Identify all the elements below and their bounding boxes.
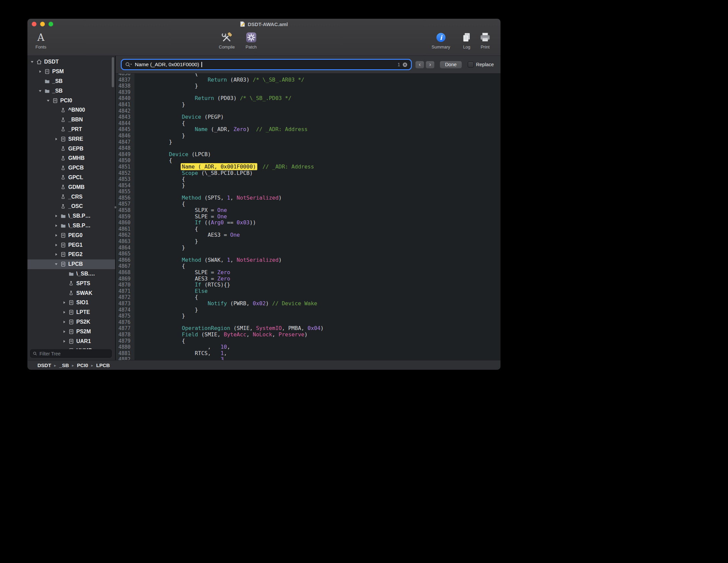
- code-line[interactable]: 4871 Else: [116, 288, 500, 295]
- disclosure-collapsed-icon[interactable]: [62, 339, 68, 344]
- tree-item-ps2m[interactable]: PS2M: [27, 327, 115, 336]
- code-line[interactable]: 4837 Return (AR03) /* \_SB_.AR03 */: [116, 77, 500, 83]
- tree-item-gpcb[interactable]: GPCB: [27, 163, 115, 173]
- code-line[interactable]: 4876: [116, 319, 500, 326]
- code-line[interactable]: 4843 Device (PEGP): [116, 114, 500, 120]
- done-button[interactable]: Done: [440, 61, 462, 69]
- log-button[interactable]: Log: [462, 31, 472, 49]
- tree-item-gdmb[interactable]: GDMB: [27, 182, 115, 192]
- code-line[interactable]: 4872 {: [116, 294, 500, 301]
- code-line[interactable]: 4844 {: [116, 120, 500, 127]
- code-line[interactable]: 4877 OperationRegion (SMIE, SystemIO, PM…: [116, 325, 500, 332]
- code-line[interactable]: 4859 SLPE = One: [116, 214, 500, 220]
- code-line[interactable]: 4865: [116, 251, 500, 257]
- disclosure-expanded-icon[interactable]: [54, 262, 60, 266]
- code-line[interactable]: 4846 }: [116, 133, 500, 139]
- find-previous-button[interactable]: ‹: [415, 61, 424, 69]
- replace-checkbox[interactable]: [468, 62, 474, 68]
- code-line[interactable]: 4870 If (RTCS){}: [116, 282, 500, 288]
- code-line[interactable]: 4853 {: [116, 176, 500, 183]
- code-line[interactable]: 4868 SLPE = Zero: [116, 269, 500, 276]
- tree-item-gepb[interactable]: GEPB: [27, 144, 115, 153]
- disclosure-collapsed-icon[interactable]: [54, 243, 60, 247]
- disclosure-collapsed-icon[interactable]: [62, 320, 68, 324]
- code-line[interactable]: 4840 Return (PD03) /* \_SB_.PD03 */: [116, 95, 500, 102]
- disclosure-collapsed-icon[interactable]: [62, 300, 68, 305]
- tree-item-lpte[interactable]: LPTE: [27, 308, 115, 317]
- filter-field[interactable]: [30, 349, 112, 358]
- code-line[interactable]: 4864 }: [116, 245, 500, 251]
- split-divider[interactable]: [115, 56, 116, 360]
- code-line[interactable]: 4848: [116, 145, 500, 151]
- disclosure-collapsed-icon[interactable]: [62, 310, 68, 315]
- code-line[interactable]: 4849 Device (LPCB): [116, 151, 500, 158]
- code-line[interactable]: 4851 Name (_ADR, 0x001F0000) // _ADR: Ad…: [116, 164, 500, 170]
- disclosure-expanded-icon[interactable]: [46, 98, 52, 103]
- code-line[interactable]: 4873 Notify (PWRB, 0x02) // Device Wake: [116, 301, 500, 307]
- code-line[interactable]: 4850 {: [116, 157, 500, 164]
- fonts-button[interactable]: A Fonts: [35, 31, 47, 49]
- tree-item-peg1[interactable]: PEG1: [27, 240, 115, 250]
- tree-item-prt[interactable]: _PRT: [27, 125, 115, 134]
- tree-item-swak[interactable]: SWAK: [27, 288, 115, 298]
- find-next-button[interactable]: ›: [426, 61, 435, 69]
- disclosure-collapsed-icon[interactable]: [38, 69, 44, 74]
- breadcrumb-item[interactable]: DSDT: [37, 362, 51, 368]
- tree-item-sb[interactable]: \_SB.…: [27, 269, 115, 279]
- tree-item-bn00[interactable]: ^BN00: [27, 105, 115, 115]
- code-line[interactable]: 4839: [116, 89, 500, 96]
- code-line[interactable]: 4862 AES3 = One: [116, 232, 500, 238]
- code-line[interactable]: 4863 }: [116, 238, 500, 245]
- tree-item-peg0[interactable]: PEG0: [27, 230, 115, 240]
- code-line[interactable]: 4878 Field (SMIE, ByteAcc, NoLock, Prese…: [116, 332, 500, 338]
- tree-item-bbn[interactable]: _BBN: [27, 115, 115, 125]
- code-line[interactable]: 4857 {: [116, 201, 500, 207]
- breadcrumb-item[interactable]: _SB: [59, 362, 69, 368]
- code-line[interactable]: 4838 }: [116, 83, 500, 89]
- disclosure-collapsed-icon[interactable]: [54, 223, 60, 228]
- clear-search-icon[interactable]: [402, 62, 407, 67]
- code-line[interactable]: 4858 SLPX = One: [116, 207, 500, 214]
- titlebar[interactable]: DSDT-AWAC.aml: [27, 19, 500, 29]
- tree-item-sb[interactable]: _SB: [27, 77, 115, 86]
- tree-item-sbp[interactable]: \_SB.P…: [27, 211, 115, 221]
- code-line[interactable]: 4860 If ((Arg0 == 0x03)): [116, 220, 500, 226]
- tree-item-pci0[interactable]: PCI0: [27, 96, 115, 105]
- disclosure-collapsed-icon[interactable]: [54, 252, 60, 257]
- tree-item-psm[interactable]: PSM: [27, 67, 115, 77]
- code-line[interactable]: 4852 Scope (\_SB.PCI0.LPCB): [116, 170, 500, 177]
- disclosure-expanded-icon[interactable]: [38, 89, 44, 93]
- search-field[interactable]: Name (_ADR, 0x001F0000) 1: [122, 60, 411, 69]
- code-line[interactable]: 4866 Method (SWAK, 1, NotSerialized): [116, 257, 500, 263]
- filter-tree-input[interactable]: [39, 351, 109, 357]
- disclosure-collapsed-icon[interactable]: [54, 233, 60, 238]
- disclosure-expanded-icon[interactable]: [30, 60, 36, 64]
- tree-item-gmhb[interactable]: GMHB: [27, 153, 115, 163]
- code-line[interactable]: 4861 {: [116, 226, 500, 232]
- tree-item-dsdt[interactable]: DSDT: [27, 57, 115, 67]
- tree-item-sb[interactable]: _SB: [27, 86, 115, 96]
- code-line[interactable]: 4869 AES3 = Zero: [116, 276, 500, 282]
- code-line[interactable]: 4841 }: [116, 102, 500, 108]
- code-line[interactable]: 4875 }: [116, 313, 500, 319]
- disclosure-collapsed-icon[interactable]: [54, 214, 60, 218]
- code-line[interactable]: 4881 RTCS, 1,: [116, 350, 500, 357]
- summary-button[interactable]: i Summary: [432, 31, 450, 49]
- tree-item-gpcl[interactable]: GPCL: [27, 173, 115, 183]
- tree-item-ps2k[interactable]: PS2K: [27, 317, 115, 327]
- code-line[interactable]: 4882 , 3,: [116, 356, 500, 360]
- code-line[interactable]: 4847 }: [116, 139, 500, 145]
- code-line[interactable]: 4842: [116, 108, 500, 114]
- code-line[interactable]: 4856 Method (SPTS, 1, NotSerialized): [116, 195, 500, 201]
- sidebar-scrollbar[interactable]: [112, 57, 114, 87]
- breadcrumb-item[interactable]: LPCB: [96, 362, 110, 368]
- code-line[interactable]: 4874 }: [116, 307, 500, 313]
- tree-item-sio1[interactable]: SIO1: [27, 298, 115, 308]
- code-line[interactable]: 4867 {: [116, 263, 500, 269]
- tree-item-lpcb[interactable]: LPCB: [27, 259, 115, 269]
- tree-item-srre[interactable]: SRRE: [27, 134, 115, 144]
- patch-button[interactable]: Patch: [246, 31, 257, 49]
- print-button[interactable]: Print: [480, 31, 490, 49]
- tree-item-peg2[interactable]: PEG2: [27, 250, 115, 259]
- code-line[interactable]: 4855: [116, 189, 500, 195]
